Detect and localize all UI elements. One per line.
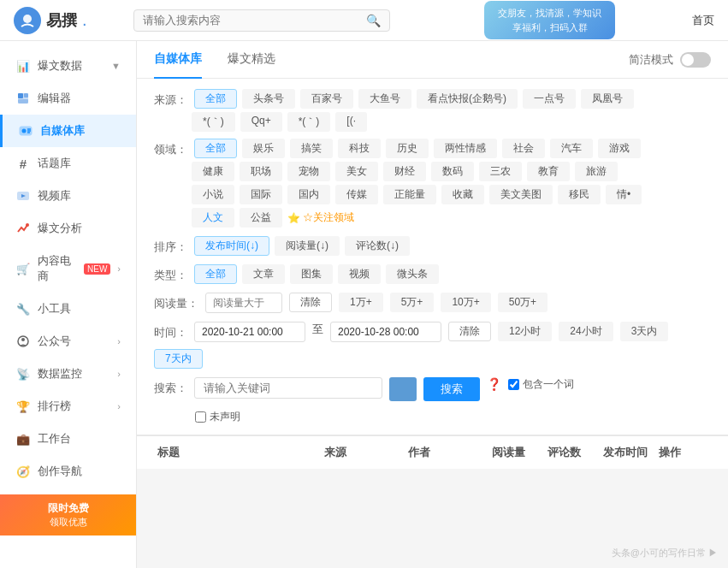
tab-zimeiti[interactable]: 自媒体库 <box>154 41 202 79</box>
read-opt-5w[interactable]: 5万+ <box>390 293 435 312</box>
read-input[interactable] <box>205 293 282 313</box>
domain-tag-lianxing[interactable]: 两性情感 <box>434 139 497 158</box>
source-tag-all[interactable]: 全部 <box>194 89 237 109</box>
source-tag-qq[interactable]: Qq+ <box>240 112 282 132</box>
sidebar-item-neirong[interactable]: 🛒 内容电商 NEW › <box>0 245 136 293</box>
sidebar-item-baowendata[interactable]: 📊 爆文数据 ▼ <box>0 50 136 82</box>
read-clear-btn[interactable]: 清除 <box>289 293 332 312</box>
source-tag-kandian[interactable]: 看点快报(企鹅号) <box>417 89 518 109</box>
source-tag-toutiao[interactable]: 头条号 <box>242 89 295 109</box>
main-layout: 📊 爆文数据 ▼ 编辑器 自媒体库 # 话题库 视频库 <box>0 41 728 568</box>
include-one-label[interactable]: 包含一个词 <box>508 377 574 392</box>
sidebar-item-label: 创作导航 <box>38 464 82 479</box>
domain-tag-chongwu[interactable]: 宠物 <box>287 162 330 181</box>
sort-tag-comment[interactable]: 评论数(↓) <box>345 236 410 256</box>
sidebar-item-baowenfenxi[interactable]: 爆文分析 <box>0 212 136 245</box>
sidebar-item-shipinku[interactable]: 视频库 <box>0 180 136 212</box>
declare-checkbox[interactable] <box>195 411 206 423</box>
include-one-checkbox[interactable] <box>508 379 519 390</box>
source-tag-dayuhao[interactable]: 大鱼号 <box>358 89 411 109</box>
domain-tag-shoucang[interactable]: 收藏 <box>441 185 484 204</box>
svg-point-6 <box>22 129 27 133</box>
sidebar-item-shujujiankong[interactable]: 📡 数据监控 › <box>0 358 136 390</box>
declare-label[interactable]: 未声明 <box>195 410 240 424</box>
domain-tag-gaoxiao[interactable]: 搞笑 <box>290 139 333 158</box>
domain-tag-guoji[interactable]: 国际 <box>240 185 282 204</box>
domain-tag-lvyou[interactable]: 旅游 <box>575 162 618 181</box>
time-clear-btn[interactable]: 清除 <box>448 322 491 341</box>
sidebar-item-chuangzuodaohang[interactable]: 🧭 创作导航 <box>0 455 136 488</box>
source-tag-baijiahao[interactable]: 百家号 <box>300 89 353 109</box>
svg-point-14 <box>21 338 25 341</box>
sidebar-item-gongzhonghao[interactable]: 公众号 › <box>0 325 136 358</box>
read-opt-10w[interactable]: 10万+ <box>441 293 490 312</box>
domain-tag-all[interactable]: 全部 <box>194 139 237 158</box>
sidebar-item-paihangbang[interactable]: 🏆 排行榜 › <box>0 390 136 423</box>
domain-tag-sannong[interactable]: 三农 <box>479 162 522 181</box>
read-opt-1w[interactable]: 1万+ <box>339 293 383 312</box>
time-opt-7d[interactable]: 7天内 <box>154 349 203 369</box>
domain-tag-renwen[interactable]: 人文 <box>192 208 234 228</box>
source-tag-extra3[interactable]: [(· <box>335 112 367 132</box>
domain-tag-qiche[interactable]: 汽车 <box>550 139 593 158</box>
domain-tag-keji[interactable]: 科技 <box>338 139 381 158</box>
domain-tag-lishi[interactable]: 历史 <box>386 139 429 158</box>
search-button[interactable]: 搜索 <box>423 377 480 401</box>
sort-tag-read[interactable]: 阅读量(↓) <box>275 236 340 256</box>
tab-baowenjingxuan[interactable]: 爆文精选 <box>228 41 275 79</box>
keyword-input[interactable] <box>194 377 382 399</box>
type-tag-tuji[interactable]: 图集 <box>290 264 333 284</box>
toggle-switch[interactable] <box>680 52 711 68</box>
sort-tag-time[interactable]: 发布时间(↓) <box>194 236 269 256</box>
source-tag-extra2[interactable]: *(｀) <box>287 112 331 132</box>
read-opt-50w[interactable]: 50万+ <box>498 293 547 312</box>
domain-tag-zhengnengliag[interactable]: 正能量 <box>383 185 436 204</box>
sidebar-item-label: 工作台 <box>38 431 71 447</box>
time-opt-24h[interactable]: 24小时 <box>559 322 613 341</box>
domain-tag-shuma[interactable]: 数码 <box>431 162 474 181</box>
attent-link[interactable]: ⭐ ☆关注领域 <box>287 208 354 228</box>
time-opt-3d[interactable]: 3天内 <box>620 322 669 341</box>
type-tag-wenzhang[interactable]: 文章 <box>242 264 285 284</box>
color-block[interactable] <box>389 377 417 401</box>
svg-rect-3 <box>24 93 28 98</box>
domain-tag-caijing[interactable]: 财经 <box>383 162 426 181</box>
source-tag-extra1[interactable]: *(｀) <box>192 112 235 132</box>
source-tag-yidianhao[interactable]: 一点号 <box>523 89 576 109</box>
source-tag-fenghuanghao[interactable]: 凤凰号 <box>581 89 634 109</box>
domain-tag-xiaoshuo[interactable]: 小说 <box>192 185 234 204</box>
help-icon[interactable]: ❓ <box>487 377 501 391</box>
domain-tag-zhichang[interactable]: 职场 <box>240 162 282 181</box>
type-tag-all[interactable]: 全部 <box>194 264 237 284</box>
paihangbang-icon: 🏆 <box>15 399 31 414</box>
domain-tag-meiwen[interactable]: 美文美图 <box>489 185 553 204</box>
domain-tag-shehui[interactable]: 社会 <box>502 139 545 158</box>
sidebar-item-bianjiqui[interactable]: 编辑器 <box>0 82 136 115</box>
domain-tag-gongyi[interactable]: 公益 <box>240 208 282 228</box>
domain-tag-jiankang[interactable]: 健康 <box>192 162 234 181</box>
header-search-input[interactable] <box>143 14 366 27</box>
time-start-input[interactable] <box>194 322 305 342</box>
content-area: 自媒体库 爆文精选 简洁模式 来源： 全部 头条号 百家号 大鱼号 看点快报(企… <box>137 41 728 568</box>
time-end-input[interactable] <box>330 322 441 342</box>
domain-tag-guonei[interactable]: 国内 <box>287 185 330 204</box>
col-comments: 评论数 <box>544 445 600 460</box>
domain-tag-meinv[interactable]: 美女 <box>335 162 378 181</box>
domain-tag-youxi[interactable]: 游戏 <box>598 139 641 158</box>
sidebar-item-gongtaozi[interactable]: 💼 工作台 <box>0 423 136 455</box>
promo-banner[interactable]: 限时免费 领取优惠 <box>0 494 136 535</box>
time-opt-12h[interactable]: 12小时 <box>498 322 552 341</box>
domain-tag-jiaoyu[interactable]: 教育 <box>527 162 570 181</box>
domain-tag-qing[interactable]: 情• <box>606 185 642 204</box>
sidebar-item-huatiku[interactable]: # 话题库 <box>0 147 136 180</box>
type-tag-weitoutiao[interactable]: 微头条 <box>386 264 439 284</box>
header-nav-home[interactable]: 首页 <box>692 13 714 28</box>
sidebar-item-xiaogongju[interactable]: 🔧 小工具 <box>0 293 136 325</box>
domain-tag-yimin[interactable]: 移民 <box>558 185 601 204</box>
search-icon: 🔍 <box>366 14 381 27</box>
sidebar-item-zimeiti[interactable]: 自媒体库 <box>0 115 136 147</box>
type-tag-shipin[interactable]: 视频 <box>338 264 381 284</box>
domain-tag-yule[interactable]: 娱乐 <box>242 139 285 158</box>
domain-tag-chuanmei[interactable]: 传媒 <box>335 185 378 204</box>
header-search-bar[interactable]: 🔍 <box>133 9 390 32</box>
